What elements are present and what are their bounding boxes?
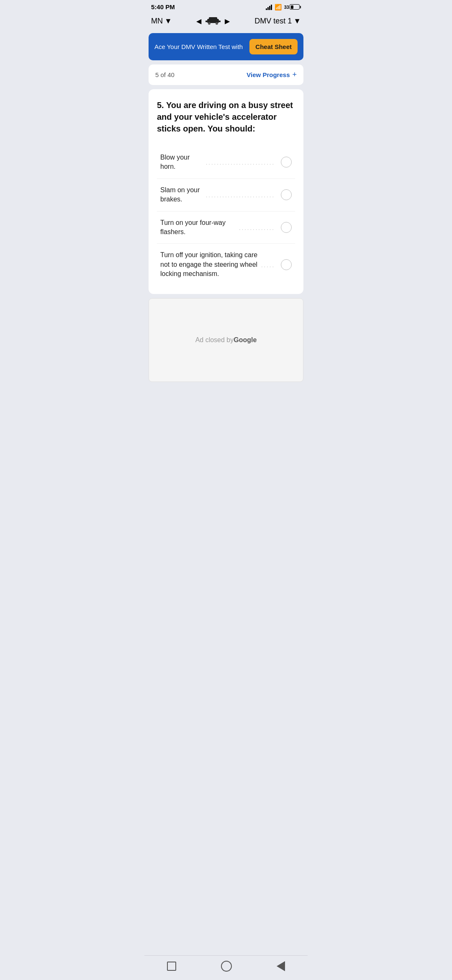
answer-b-radio[interactable]: [281, 189, 292, 200]
plus-icon: +: [292, 70, 297, 79]
answer-a-label: Blow your horn.: [160, 153, 206, 172]
svg-point-2: [208, 22, 211, 25]
answer-b-content: Slam on your brakes.: [160, 186, 206, 204]
answer-c-radio[interactable]: [281, 222, 292, 233]
status-icons: 📶 33: [266, 4, 301, 10]
svg-rect-5: [219, 21, 221, 22]
signal-icon: [266, 4, 272, 10]
answer-d-radio[interactable]: [281, 259, 292, 270]
answer-option-b[interactable]: Slam on your brakes. ...................…: [157, 179, 295, 211]
answer-d-dots: .....: [261, 262, 275, 268]
test-chevron-icon: ▼: [293, 17, 301, 26]
answer-option-a[interactable]: Blow your horn. ........................…: [157, 146, 295, 179]
ad-brand: Google: [234, 336, 257, 344]
ad-closed-text: Ad closed by: [195, 336, 234, 344]
view-progress-label: View Progress: [247, 71, 290, 78]
promo-banner: Ace Your DMV Written Test with Cheat She…: [149, 33, 303, 60]
answer-c-dots: .............: [239, 225, 275, 231]
answer-c-label: Turn on your four-way flashers.: [160, 218, 239, 237]
svg-rect-4: [205, 21, 207, 22]
test-selector[interactable]: DMV test 1 ▼: [254, 17, 301, 26]
state-chevron-icon: ▼: [164, 17, 172, 26]
banner-text: Ace Your DMV Written Test with: [154, 43, 243, 50]
battery-icon: 33: [284, 4, 301, 10]
answer-c-content: Turn on your four-way flashers.: [160, 218, 239, 237]
progress-bar: 5 of 40 View Progress +: [149, 64, 303, 85]
vehicle-nav: ◀ ▶: [196, 15, 230, 26]
view-progress-button[interactable]: View Progress +: [247, 70, 297, 79]
wifi-icon: 📶: [275, 4, 282, 10]
answer-a-dots: .........................: [206, 160, 275, 166]
answer-b-label: Slam on your brakes.: [160, 186, 206, 204]
nav-bar: MN ▼ ◀ ▶ DMV test 1 ▼: [144, 12, 308, 31]
answer-d-label: Turn off your ignition, taking care not …: [160, 250, 261, 279]
answer-a-content: Blow your horn.: [160, 153, 206, 172]
svg-rect-1: [209, 17, 217, 20]
answer-b-dots: .........................: [206, 192, 275, 199]
answer-option-d[interactable]: Turn off your ignition, taking care not …: [157, 244, 295, 285]
next-vehicle-icon[interactable]: ▶: [225, 17, 230, 25]
progress-text: 5 of 40: [155, 71, 175, 78]
state-label: MN: [151, 17, 163, 26]
question-card: 5. You are driving on a busy street and …: [149, 89, 303, 294]
cheat-sheet-button[interactable]: Cheat Sheet: [249, 39, 298, 54]
answer-a-radio[interactable]: [281, 157, 292, 168]
status-bar: 5:40 PM 📶 33: [144, 0, 308, 12]
state-selector[interactable]: MN ▼: [151, 17, 172, 26]
answer-d-content: Turn off your ignition, taking care not …: [160, 250, 261, 279]
car-icon: [205, 15, 221, 26]
svg-point-3: [216, 22, 218, 25]
test-label: DMV test 1: [254, 17, 292, 26]
prev-vehicle-icon[interactable]: ◀: [196, 17, 201, 25]
status-time: 5:40 PM: [151, 3, 175, 10]
question-text: 5. You are driving on a busy street and …: [157, 99, 295, 134]
answer-option-c[interactable]: Turn on your four-way flashers. ........…: [157, 211, 295, 244]
ad-area: Ad closed by Google: [149, 298, 303, 382]
